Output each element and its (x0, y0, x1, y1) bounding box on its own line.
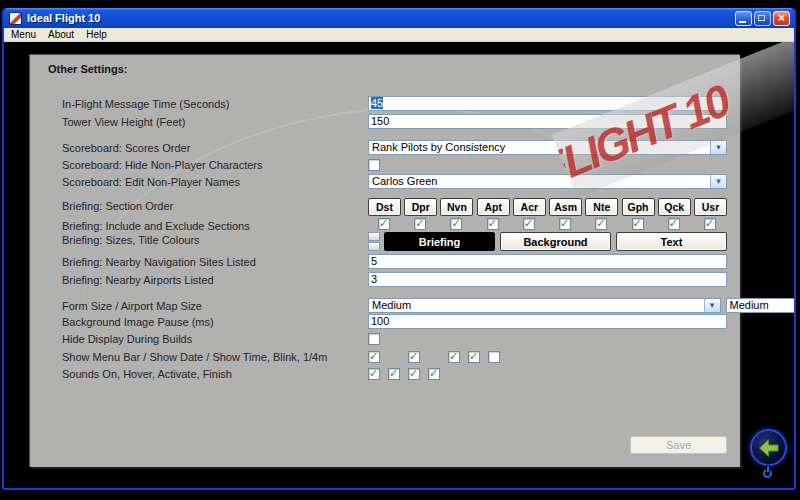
sound-checkbox[interactable] (408, 368, 420, 380)
section-order-buttons: DstDprNvnAptAcrAsmNteGphQckUsr (368, 198, 727, 216)
edit-npc-names-dropdown[interactable]: Carlos Green ▾ (368, 174, 727, 189)
chevron-down-icon[interactable]: ▾ (710, 175, 726, 188)
row-form-size: Form Size / Airport Map Size Medium ▾ Me… (30, 298, 740, 314)
show-menu-checkboxes (368, 349, 727, 365)
nearby-nav-label: Briefing: Nearby Navigation Sites Listed (62, 254, 256, 270)
section-order-button[interactable]: Qck (658, 198, 691, 216)
nearby-airports-input[interactable]: 3 (368, 272, 727, 287)
row-sounds: Sounds On, Hover, Activate, Finish (30, 366, 740, 382)
app-window: Ideal Flight 10 MenuAboutHelp Other Sett… (2, 8, 796, 490)
section-order-button[interactable]: Dpr (404, 198, 437, 216)
title-colours-label: Briefing: Sizes, Title Colours (62, 232, 200, 248)
row-include-sections: Briefing: Include and Exclude Sections (30, 218, 740, 231)
section-order-button[interactable]: Gph (622, 198, 655, 216)
hide-display-label: Hide Display During Builds (62, 331, 192, 347)
back-button[interactable] (750, 429, 787, 466)
menu-bar: MenuAboutHelp (4, 28, 794, 42)
section-checkbox[interactable] (487, 218, 499, 230)
sound-checkbox[interactable] (368, 368, 380, 380)
row-edit-npc-names: Scoreboard: Edit Non-Player Names Carlos… (30, 174, 740, 190)
form-size-label: Form Size / Airport Map Size (62, 298, 202, 314)
show-menu-label: Show Menu Bar / Show Date / Show Time, B… (62, 349, 327, 365)
minimize-button[interactable] (735, 11, 752, 26)
section-order-button[interactable]: Usr (694, 198, 727, 216)
sound-checkbox[interactable] (388, 368, 400, 380)
message-time-label: In-Flight Message Time (Seconds) (62, 96, 230, 112)
row-title-colours: Briefing: Sizes, Title Colours BriefingB… (30, 232, 740, 251)
hide-npc-checkbox[interactable] (368, 159, 380, 171)
airport-map-size-value: Medium (730, 299, 769, 311)
colour-button[interactable]: Briefing (384, 232, 495, 251)
section-checkbox[interactable] (704, 218, 716, 230)
scores-order-value: Rank Pilots by Consistency (372, 141, 505, 153)
selected-input-text: 45 (371, 97, 383, 109)
edit-npc-names-label: Scoreboard: Edit Non-Player Names (62, 174, 240, 190)
section-checkbox[interactable] (559, 218, 571, 230)
size-spinner[interactable] (368, 232, 380, 251)
scores-order-dropdown[interactable]: Rank Pilots by Consistency ▾ (368, 140, 727, 155)
edit-npc-names-value: Carlos Green (372, 175, 437, 187)
bg-pause-label: Background Image Pause (ms) (62, 314, 214, 330)
show-menu-checkbox[interactable] (408, 351, 420, 363)
colour-button[interactable]: Text (616, 232, 727, 251)
content-area: Other Settings: In-Flight Message Time (… (4, 42, 794, 488)
section-checkbox[interactable] (378, 218, 390, 230)
bg-pause-input[interactable]: 100 (368, 314, 727, 329)
section-order-label: Briefing: Section Order (62, 198, 173, 214)
hide-npc-label: Scoreboard: Hide Non-Player Characters (62, 157, 263, 173)
row-section-order: Briefing: Section Order DstDprNvnAptAcrA… (30, 198, 740, 216)
row-scores-order: Scoreboard: Scores Order Rank Pilots by … (30, 140, 740, 156)
section-order-button[interactable]: Acr (513, 198, 546, 216)
row-tower-height: Tower View Height (Feet) 150 (30, 114, 740, 130)
menu-item[interactable]: About (44, 28, 82, 41)
app-icon (9, 12, 22, 25)
power-icon[interactable] (762, 466, 775, 479)
show-menu-checkbox[interactable] (488, 351, 500, 363)
section-order-button[interactable]: Apt (477, 198, 510, 216)
sounds-label: Sounds On, Hover, Activate, Finish (62, 366, 232, 382)
row-hide-display: Hide Display During Builds (30, 331, 740, 347)
hide-display-checkbox[interactable] (368, 333, 380, 345)
menu-item[interactable]: Help (82, 28, 115, 41)
nearby-airports-label: Briefing: Nearby Airports Listed (62, 272, 214, 288)
window-title: Ideal Flight 10 (27, 12, 735, 24)
section-order-button[interactable]: Asm (549, 198, 582, 216)
show-menu-checkbox[interactable] (468, 351, 480, 363)
nearby-nav-input[interactable]: 5 (368, 254, 727, 269)
section-checkbox[interactable] (668, 218, 680, 230)
sound-checkbox[interactable] (428, 368, 440, 380)
back-arrow-icon (757, 436, 781, 460)
titlebar[interactable]: Ideal Flight 10 (4, 8, 794, 28)
section-checkbox[interactable] (414, 218, 426, 230)
row-hide-npc: Scoreboard: Hide Non-Player Characters (30, 157, 740, 173)
tower-height-input[interactable]: 150 (368, 114, 727, 129)
chevron-down-icon[interactable]: ▾ (704, 299, 720, 312)
row-bg-pause: Background Image Pause (ms) 100 (30, 314, 740, 330)
section-checkbox[interactable] (523, 218, 535, 230)
section-order-button[interactable]: Nvn (440, 198, 473, 216)
section-checkbox[interactable] (450, 218, 462, 230)
form-size-value: Medium (372, 299, 411, 311)
row-message-time: In-Flight Message Time (Seconds) 45 (30, 96, 740, 112)
menu-item[interactable]: Menu (7, 28, 44, 41)
save-button[interactable]: Save (630, 436, 727, 454)
colour-button[interactable]: Background (500, 232, 611, 251)
chevron-down-icon[interactable]: ▾ (710, 141, 726, 154)
page-title: Other Settings: (48, 63, 127, 75)
settings-panel: Other Settings: In-Flight Message Time (… (30, 55, 740, 467)
tower-height-label: Tower View Height (Feet) (62, 114, 185, 130)
scores-order-label: Scoreboard: Scores Order (62, 140, 190, 156)
message-time-input[interactable]: 45 (368, 96, 727, 111)
form-size-dropdown[interactable]: Medium ▾ (368, 298, 721, 313)
section-order-button[interactable]: Nte (585, 198, 618, 216)
show-menu-checkbox[interactable] (368, 351, 380, 363)
airport-map-size-dropdown[interactable]: Medium ▾ (726, 298, 795, 313)
section-checkbox[interactable] (632, 218, 644, 230)
section-checkbox[interactable] (595, 218, 607, 230)
row-nearby-airports: Briefing: Nearby Airports Listed 3 (30, 272, 740, 288)
colour-buttons: BriefingBackgroundText (384, 232, 727, 251)
maximize-button[interactable] (754, 11, 771, 26)
close-button[interactable] (773, 11, 790, 26)
show-menu-checkbox[interactable] (448, 351, 460, 363)
section-order-button[interactable]: Dst (368, 198, 401, 216)
